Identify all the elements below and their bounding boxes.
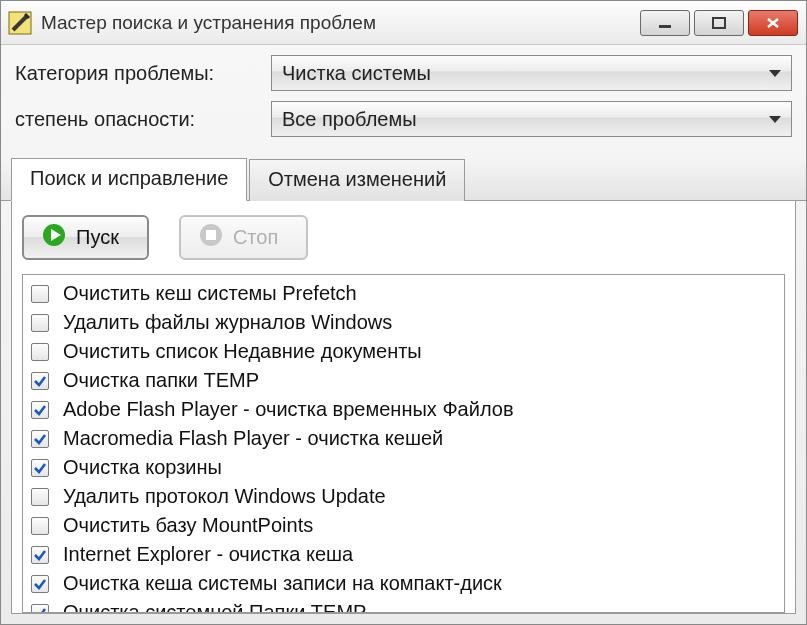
titlebar: Мастер поиска и устранения проблем xyxy=(1,1,806,45)
category-label: Категория проблемы: xyxy=(15,62,271,85)
window-controls xyxy=(640,10,798,36)
checkbox[interactable] xyxy=(31,575,49,593)
list-item: Удалить протокол Windows Update xyxy=(29,482,778,511)
item-label: Очистка корзины xyxy=(63,456,222,479)
checkbox[interactable] xyxy=(31,314,49,332)
close-button[interactable] xyxy=(748,10,798,36)
tab-undo-changes[interactable]: Отмена изменений xyxy=(249,159,465,201)
category-value: Чистка системы xyxy=(282,62,431,85)
maximize-icon xyxy=(712,17,726,29)
maximize-button[interactable] xyxy=(694,10,744,36)
item-label: Удалить протокол Windows Update xyxy=(63,485,386,508)
list-item: Удалить файлы журналов Windows xyxy=(29,308,778,337)
severity-dropdown[interactable]: Все проблемы xyxy=(271,101,792,137)
minimize-icon xyxy=(657,17,673,29)
checkbox[interactable] xyxy=(31,430,49,448)
checkbox[interactable] xyxy=(31,546,49,564)
list-item: Macromedia Flash Player - очистка кешей xyxy=(29,424,778,453)
app-window: Мастер поиска и устранения проблем Катег… xyxy=(0,0,807,625)
severity-row: степень опасности: Все проблемы xyxy=(15,101,792,137)
item-label: Очистить список Недавние документы xyxy=(63,340,422,363)
stop-label: Стоп xyxy=(233,226,278,249)
svg-rect-6 xyxy=(206,230,216,240)
list-item: Очистить список Недавние документы xyxy=(29,337,778,366)
chevron-down-icon xyxy=(769,70,781,77)
stop-button: Стоп xyxy=(179,215,308,260)
list-item: Очистить кеш системы Prefetch xyxy=(29,279,778,308)
category-row: Категория проблемы: Чистка системы xyxy=(15,55,792,91)
list-item: Очистка системной Папки TEMP xyxy=(29,598,778,613)
app-icon xyxy=(7,10,33,36)
window-title: Мастер поиска и устранения проблем xyxy=(41,12,640,34)
main-panel: Пуск Стоп Очистить кеш системы PrefetchУ… xyxy=(11,201,796,614)
minimize-button[interactable] xyxy=(640,10,690,36)
severity-label: степень опасности: xyxy=(15,108,271,131)
list-item: Очистка папки TEMP xyxy=(29,366,778,395)
item-label: Internet Explorer - очистка кеша xyxy=(63,543,353,566)
item-label: Macromedia Flash Player - очистка кешей xyxy=(63,427,443,450)
item-label: Очистка папки TEMP xyxy=(63,369,259,392)
list-item: Очистить базу MountPoints xyxy=(29,511,778,540)
checkbox[interactable] xyxy=(31,488,49,506)
category-dropdown[interactable]: Чистка системы xyxy=(271,55,792,91)
checkbox[interactable] xyxy=(31,517,49,535)
checkbox[interactable] xyxy=(31,459,49,477)
items-list: Очистить кеш системы PrefetchУдалить фай… xyxy=(22,274,785,613)
item-label: Очистить базу MountPoints xyxy=(63,514,313,537)
close-icon xyxy=(766,17,780,29)
checkbox[interactable] xyxy=(31,372,49,390)
item-label: Adobe Flash Player - очистка временных Ф… xyxy=(63,398,514,421)
checkbox[interactable] xyxy=(31,285,49,303)
item-label: Очистить кеш системы Prefetch xyxy=(63,282,357,305)
play-icon xyxy=(42,223,66,252)
checkbox[interactable] xyxy=(31,343,49,361)
chevron-down-icon xyxy=(769,116,781,123)
stop-icon xyxy=(199,223,223,252)
tabstrip: Поиск и исправление Отмена изменений xyxy=(1,157,806,201)
item-label: Очистка системной Папки TEMP xyxy=(63,601,366,613)
list-item: Очистка корзины xyxy=(29,453,778,482)
filters-area: Категория проблемы: Чистка системы степе… xyxy=(1,45,806,153)
toolbar: Пуск Стоп xyxy=(12,201,795,268)
checkbox[interactable] xyxy=(31,604,49,614)
severity-value: Все проблемы xyxy=(282,108,417,131)
list-item: Очистка кеша системы записи на компакт-д… xyxy=(29,569,778,598)
svg-rect-2 xyxy=(713,18,725,28)
list-item: Internet Explorer - очистка кеша xyxy=(29,540,778,569)
item-label: Удалить файлы журналов Windows xyxy=(63,311,392,334)
svg-rect-1 xyxy=(659,25,671,28)
start-button[interactable]: Пуск xyxy=(22,215,149,260)
tab-search-fix[interactable]: Поиск и исправление xyxy=(11,158,247,201)
list-item: Adobe Flash Player - очистка временных Ф… xyxy=(29,395,778,424)
start-label: Пуск xyxy=(76,226,119,249)
checkbox[interactable] xyxy=(31,401,49,419)
item-label: Очистка кеша системы записи на компакт-д… xyxy=(63,572,502,595)
